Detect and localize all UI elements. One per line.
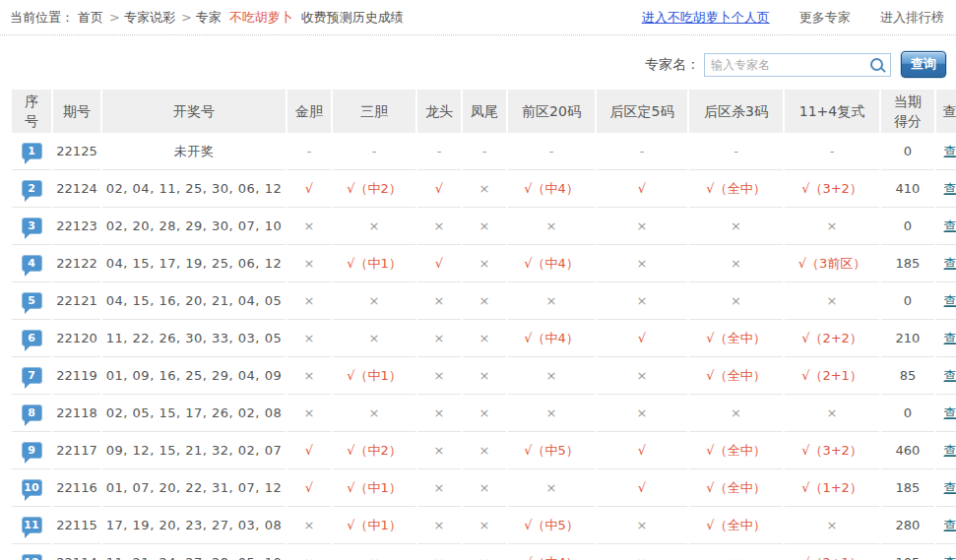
miss-mark: × xyxy=(304,518,315,532)
period-score: 0 xyxy=(881,208,934,245)
column-header-2: 开奖号 xyxy=(102,90,286,133)
column-header-12: 查看 xyxy=(936,90,956,133)
issue-number: 22125 xyxy=(53,133,100,170)
result-cell-4: × xyxy=(508,357,595,395)
result-cell-1: √（中2） xyxy=(333,432,415,469)
row-number-cell: 1 xyxy=(12,133,51,170)
result-cell-6: × xyxy=(689,245,783,282)
row-number-badge: 1 xyxy=(22,143,42,159)
column-header-3: 金胆 xyxy=(287,90,331,133)
expert-personal-page-link[interactable]: 进入不吃胡萝卜个人页 xyxy=(642,10,770,25)
result-cell-0: × xyxy=(287,208,331,245)
hit-mark: √（1+2） xyxy=(801,480,862,495)
breadcrumb-item-experts-say[interactable]: 专家说彩 xyxy=(124,10,175,25)
result-cell-7: √（3+2） xyxy=(785,432,879,469)
draw-numbers: 17, 19, 20, 23, 27, 03, 08 xyxy=(102,507,286,544)
result-cell-5: × xyxy=(597,208,687,245)
result-cell-3: × xyxy=(463,282,506,320)
ranking-link[interactable]: 进入排行榜 xyxy=(880,10,944,25)
column-header-7: 前区20码 xyxy=(508,90,595,133)
result-cell-4: √（中4） xyxy=(508,544,595,560)
result-cell-2: × xyxy=(417,282,461,320)
table-row: 62212011, 22, 26, 30, 33, 03, 05××××√（中4… xyxy=(12,320,956,357)
result-cell-4: - xyxy=(508,133,595,170)
miss-mark: × xyxy=(479,256,490,271)
miss-mark: × xyxy=(304,368,315,383)
view-link[interactable]: 查看 xyxy=(944,144,956,158)
view-link[interactable]: 查看 xyxy=(944,368,956,383)
expert-name-input[interactable] xyxy=(704,53,891,77)
view-cell: 查看 xyxy=(936,469,956,507)
column-header-0: 序号 xyxy=(12,90,51,133)
view-link[interactable]: 查看 xyxy=(944,181,956,196)
result-cell-7: √（1+2） xyxy=(785,469,879,507)
result-cell-7: √（2+1） xyxy=(785,357,879,395)
issue-number: 22117 xyxy=(53,432,100,469)
issue-number: 22119 xyxy=(53,357,100,395)
hit-mark: √（中2） xyxy=(347,181,402,196)
query-button[interactable]: 查询 xyxy=(901,51,946,78)
result-cell-7: × xyxy=(785,282,879,320)
row-number-badge: 9 xyxy=(22,442,42,459)
hit-mark: √ xyxy=(435,256,443,271)
hit-mark: √（2+1） xyxy=(801,555,862,560)
row-number-cell: 11 xyxy=(12,507,51,544)
view-link[interactable]: 查看 xyxy=(944,331,956,345)
miss-mark: × xyxy=(304,218,315,233)
result-cell-6: - xyxy=(689,133,783,170)
view-link[interactable]: 查看 xyxy=(944,518,956,532)
view-cell: 查看 xyxy=(936,544,956,560)
view-cell: 查看 xyxy=(936,507,956,544)
draw-numbers: 01, 07, 20, 22, 31, 07, 12 xyxy=(102,469,286,507)
hit-mark: √（中2） xyxy=(347,443,402,458)
breadcrumb-item-expert[interactable]: 专家 xyxy=(196,10,222,25)
view-link[interactable]: 查看 xyxy=(944,293,956,308)
draw-numbers: 01, 09, 16, 25, 29, 04, 09 xyxy=(102,357,286,395)
period-score: 460 xyxy=(881,432,934,469)
hit-mark: √ xyxy=(638,480,646,495)
view-link[interactable]: 查看 xyxy=(944,405,956,420)
result-cell-4: √（中5） xyxy=(508,507,595,544)
miss-mark: × xyxy=(304,256,315,271)
result-cell-7: - xyxy=(785,133,879,170)
breadcrumb-item-home[interactable]: 首页 xyxy=(78,10,103,25)
more-experts-link[interactable]: 更多专家 xyxy=(799,10,851,25)
row-number-cell: 8 xyxy=(12,395,51,432)
view-cell: 查看 xyxy=(936,432,956,469)
miss-mark: × xyxy=(637,405,648,420)
result-cell-6: √（全中） xyxy=(689,469,783,507)
table-row: 102211601, 07, 20, 22, 31, 07, 12√√（中1）×… xyxy=(12,469,956,507)
view-link[interactable]: 查看 xyxy=(944,443,956,458)
view-cell: 查看 xyxy=(936,170,956,208)
row-number-badge: 5 xyxy=(22,292,42,309)
view-link[interactable]: 查看 xyxy=(944,555,956,560)
row-number-cell: 7 xyxy=(12,357,51,395)
view-link[interactable]: 查看 xyxy=(944,218,956,233)
result-cell-7: √（3前区） xyxy=(785,245,879,282)
miss-mark: × xyxy=(637,555,648,560)
result-cell-0: × xyxy=(287,507,331,544)
issue-number: 22123 xyxy=(53,208,100,245)
breadcrumb-expert-name[interactable]: 不吃胡萝卜 xyxy=(229,10,293,25)
view-link[interactable]: 查看 xyxy=(944,256,956,271)
miss-mark: × xyxy=(434,443,445,458)
table-header-row: 序号期号开奖号金胆三胆龙头凤尾前区20码后区定5码后区杀3码11+4复式当期得分… xyxy=(12,90,956,133)
row-number-cell: 9 xyxy=(12,432,51,469)
miss-mark: × xyxy=(546,368,557,383)
hit-mark: √（中4） xyxy=(524,256,579,271)
table-row: 72211901, 09, 16, 25, 29, 04, 09×√（中1）××… xyxy=(12,357,956,395)
table-row: 122125未开奖--------0查看 xyxy=(12,133,956,170)
miss-mark: × xyxy=(479,480,490,495)
column-header-11: 当期得分 xyxy=(881,90,934,133)
miss-mark: × xyxy=(479,368,490,383)
result-cell-2: × xyxy=(417,320,461,357)
hit-mark: √（2+1） xyxy=(801,368,862,383)
view-link[interactable]: 查看 xyxy=(944,480,956,495)
result-cell-3: × xyxy=(463,170,506,208)
view-cell: 查看 xyxy=(936,395,956,432)
miss-mark: × xyxy=(827,218,838,233)
miss-mark: × xyxy=(434,405,445,420)
miss-mark: × xyxy=(479,443,490,458)
miss-mark: × xyxy=(637,368,648,383)
miss-mark: × xyxy=(304,405,315,420)
